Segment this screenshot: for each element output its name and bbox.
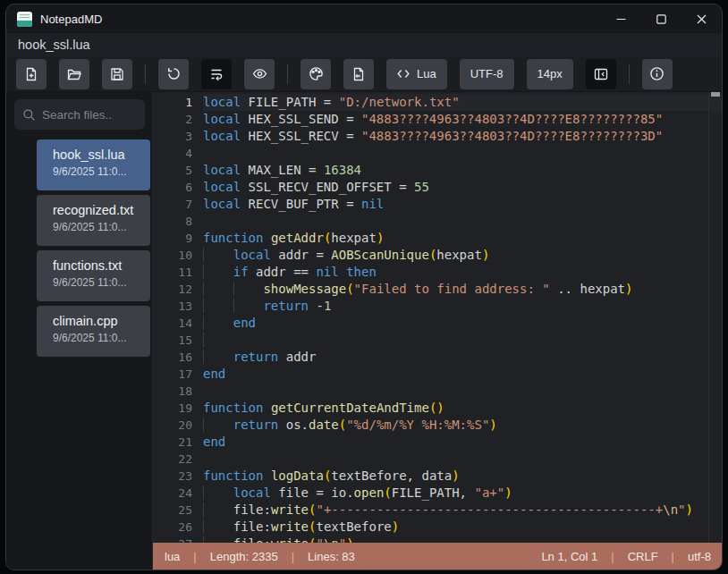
code-token bbox=[203, 248, 233, 262]
new-file-button[interactable] bbox=[16, 59, 47, 89]
code-line[interactable]: 27 file:write("\n") bbox=[153, 536, 722, 543]
search-box bbox=[14, 99, 145, 130]
code-line[interactable]: 25 file:write("+------------------------… bbox=[153, 502, 722, 519]
code-line[interactable]: 14 end bbox=[153, 315, 722, 332]
code-text: function getAddr(hexpat) bbox=[203, 230, 722, 247]
code-line[interactable]: 8 bbox=[153, 213, 722, 230]
code-line[interactable]: 4 bbox=[153, 145, 722, 162]
info-button[interactable] bbox=[642, 59, 673, 89]
code-line[interactable]: 15 bbox=[153, 332, 722, 349]
code-line[interactable]: 2 local HEX_SSL_SEND = "4883????4963??48… bbox=[153, 111, 722, 128]
editor-scrollbar[interactable] bbox=[708, 92, 722, 543]
search-input[interactable] bbox=[42, 108, 137, 122]
code-token: showMessage bbox=[263, 282, 346, 296]
status-segment: lua bbox=[165, 550, 180, 563]
encoding-button[interactable]: UTF-8 bbox=[460, 59, 514, 89]
code-line[interactable]: 12 showMessage("Failed to find address: … bbox=[153, 281, 722, 298]
code-token: textBefore, data bbox=[331, 468, 452, 483]
code-token: file: bbox=[233, 536, 271, 543]
file-list-item[interactable]: hook_ssl.lua 9/6/2025 11:0... bbox=[37, 139, 150, 190]
code-editor[interactable]: 1 local FILE_PATH = "D:/network.txt" 2 l… bbox=[153, 92, 722, 543]
code-token: ) bbox=[489, 418, 496, 432]
code-line[interactable]: 24 local file = io.open(FILE_PATH, "a+") bbox=[153, 485, 722, 502]
code-line[interactable]: 23 function logData(textBefore, data) bbox=[153, 468, 722, 485]
code-token: FILE_PATH = bbox=[241, 95, 339, 109]
code-token: () bbox=[429, 401, 444, 415]
line-number: 19 bbox=[153, 400, 192, 417]
font-size-button[interactable]: 14px bbox=[527, 59, 573, 89]
code-token: ) bbox=[452, 468, 459, 483]
scrollbar-thumb[interactable] bbox=[711, 92, 720, 97]
code-text: function getCurrentDateAndTime() bbox=[203, 400, 722, 417]
code-token: addr == bbox=[249, 265, 317, 279]
file-list-item[interactable]: recognized.txt 9/6/2025 11:0... bbox=[37, 195, 150, 246]
code-line[interactable]: 16 return addr bbox=[153, 349, 722, 366]
code-token bbox=[203, 536, 233, 543]
code-token: HEX_SSL_SEND = bbox=[241, 112, 361, 126]
line-number: 9 bbox=[153, 230, 192, 247]
code-line[interactable]: 19 function getCurrentDateAndTime() bbox=[153, 400, 722, 417]
save-button[interactable] bbox=[102, 59, 132, 89]
maximize-button[interactable] bbox=[641, 4, 681, 33]
code-line[interactable]: 21 end bbox=[153, 434, 722, 451]
language-button[interactable]: Lua bbox=[386, 59, 447, 89]
toolbar-divider bbox=[145, 64, 146, 84]
open-folder-icon bbox=[67, 67, 81, 81]
code-token: then bbox=[346, 265, 377, 279]
code-token: return bbox=[233, 418, 279, 432]
code-token: hexpat bbox=[331, 231, 377, 245]
code-token bbox=[203, 316, 233, 330]
minimize-button[interactable] bbox=[601, 4, 641, 33]
window-controls bbox=[601, 4, 722, 33]
code-line[interactable]: 20 return os.date("%d/%m/%Y %H:%M:%S") bbox=[153, 417, 722, 434]
code-text: if addr == nil then bbox=[203, 264, 722, 281]
code-token: textBefore bbox=[316, 519, 391, 534]
close-button[interactable] bbox=[681, 4, 722, 33]
status-segment: utf-8 bbox=[688, 550, 711, 563]
theme-button[interactable] bbox=[301, 59, 331, 89]
code-line[interactable]: 10 local addr = AOBScanUnique(hexpat) bbox=[153, 247, 722, 264]
preview-button[interactable] bbox=[244, 59, 275, 89]
code-text: local MAX_LEN = 16384 bbox=[203, 162, 722, 179]
code-line[interactable]: 26 file:write(textBefore) bbox=[153, 519, 722, 536]
code-token: ) bbox=[346, 536, 353, 543]
code-text: showMessage("Failed to find address: " .… bbox=[203, 281, 722, 298]
file-list-item[interactable]: functions.txt 9/6/2025 11:0... bbox=[37, 250, 150, 301]
code-token: nil bbox=[361, 197, 384, 211]
line-number: 14 bbox=[153, 315, 192, 332]
open-file-button[interactable] bbox=[59, 59, 89, 89]
code-line[interactable]: 9 function getAddr(hexpat) bbox=[153, 230, 722, 247]
export-file-button[interactable] bbox=[343, 59, 374, 89]
code-token: RECV_BUF_PTR = bbox=[241, 197, 361, 211]
code-line[interactable]: 11 if addr == nil then bbox=[153, 264, 722, 281]
code-text: local addr = AOBScanUnique(hexpat) bbox=[203, 247, 722, 264]
titlebar[interactable]: NotepadMD bbox=[6, 4, 722, 33]
file-name: functions.txt bbox=[53, 258, 145, 273]
line-number: 16 bbox=[153, 349, 192, 366]
code-text: function logData(textBefore, data) bbox=[203, 468, 722, 485]
code-line[interactable]: 1 local FILE_PATH = "D:/network.txt" bbox=[153, 94, 722, 111]
sidebar-toggle-button[interactable] bbox=[586, 59, 616, 89]
code-line[interactable]: 5 local MAX_LEN = 16384 bbox=[153, 162, 722, 179]
code-line[interactable]: 7 local RECV_BUF_PTR = nil bbox=[153, 196, 722, 213]
line-number: 27 bbox=[153, 536, 192, 543]
code-line[interactable]: 3 local HEX_SSL_RECV = "4883????4963??48… bbox=[153, 128, 722, 145]
code-token: local bbox=[203, 129, 241, 143]
code-token: local bbox=[233, 485, 271, 500]
code-token: file: bbox=[233, 502, 271, 517]
code-line[interactable]: 13 return -1 bbox=[153, 298, 722, 315]
status-pipe: | bbox=[611, 550, 614, 563]
line-number: 13 bbox=[153, 298, 192, 315]
code-token: .. hexpat bbox=[550, 282, 625, 296]
code-line[interactable]: 18 bbox=[153, 383, 722, 400]
word-wrap-button[interactable] bbox=[201, 59, 232, 89]
code-line[interactable]: 22 bbox=[153, 451, 722, 468]
file-list-item[interactable]: climain.cpp 9/6/2025 11:0... bbox=[37, 306, 150, 357]
minimize-icon bbox=[616, 14, 626, 24]
main-body: hook_ssl.lua 9/6/2025 11:0... recognized… bbox=[6, 92, 722, 570]
undo-button[interactable] bbox=[158, 59, 189, 89]
code-text: local RECV_BUF_PTR = nil bbox=[203, 196, 722, 213]
code-lines: 1 local FILE_PATH = "D:/network.txt" 2 l… bbox=[153, 94, 722, 543]
code-line[interactable]: 17 end bbox=[153, 366, 722, 383]
code-line[interactable]: 6 local SSL_RECV_END_OFFSET = 55 bbox=[153, 179, 722, 196]
